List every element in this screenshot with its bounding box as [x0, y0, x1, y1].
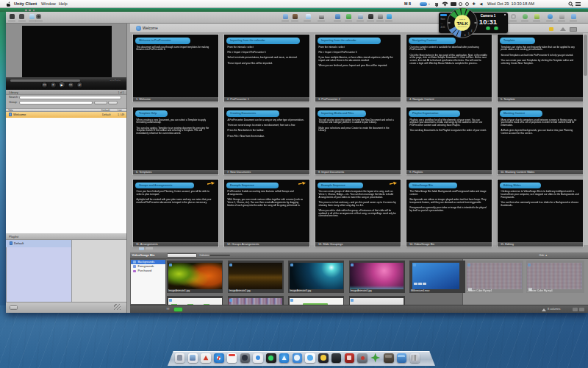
svg-text:TALK: TALK [456, 20, 468, 25]
svg-text:with confidence: with confidence [457, 25, 467, 26]
